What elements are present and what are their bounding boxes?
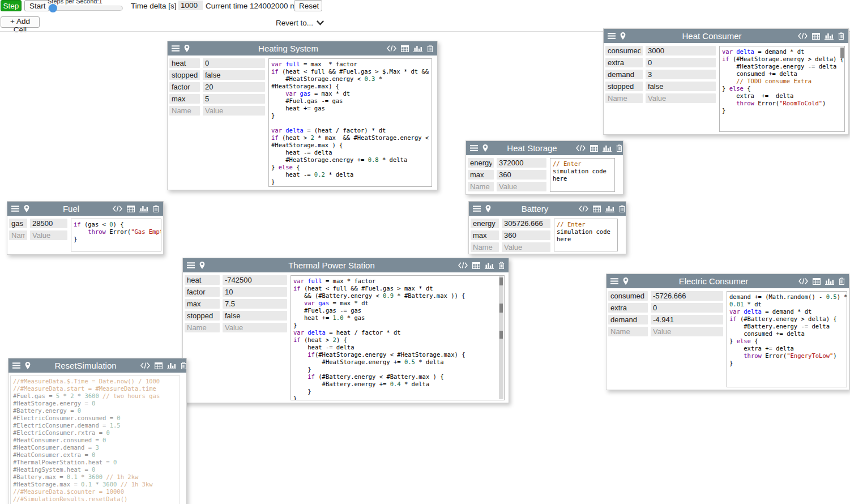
table-icon[interactable] xyxy=(127,206,135,212)
chart-icon[interactable] xyxy=(825,277,834,285)
property-value-input[interactable] xyxy=(651,303,723,313)
scrollbar-thumb[interactable] xyxy=(499,304,503,313)
code-icon[interactable] xyxy=(113,206,122,212)
property-value-input[interactable] xyxy=(646,82,716,91)
trash-icon[interactable] xyxy=(427,45,433,52)
property-name-input[interactable] xyxy=(169,94,200,104)
menu-icon[interactable] xyxy=(470,145,478,151)
menu-icon[interactable] xyxy=(11,206,19,212)
property-value-input[interactable] xyxy=(203,82,265,92)
table-icon[interactable] xyxy=(590,145,598,152)
property-value-input[interactable] xyxy=(203,58,265,68)
panel-header[interactable]: Heat Storage xyxy=(466,141,623,155)
scrollbar[interactable] xyxy=(499,276,503,399)
chart-icon[interactable] xyxy=(605,205,614,212)
slider-thumb[interactable] xyxy=(49,4,57,12)
table-icon[interactable] xyxy=(401,45,409,52)
menu-icon[interactable] xyxy=(473,206,481,212)
scrollbar-thumb[interactable] xyxy=(499,331,503,339)
chart-icon[interactable] xyxy=(825,32,834,40)
trash-icon[interactable] xyxy=(498,262,505,269)
chart-icon[interactable] xyxy=(139,205,148,212)
property-value-input[interactable] xyxy=(646,70,716,79)
property-value-input[interactable] xyxy=(502,219,550,228)
code-editor[interactable]: // Enter simulation code here xyxy=(554,219,618,251)
trash-icon[interactable] xyxy=(619,205,625,212)
property-value-input[interactable] xyxy=(223,311,287,321)
property-name-input[interactable] xyxy=(169,58,200,68)
property-name-input[interactable] xyxy=(9,230,27,240)
code-icon[interactable] xyxy=(576,145,586,151)
menu-icon[interactable] xyxy=(172,45,180,52)
trash-icon[interactable] xyxy=(153,205,159,212)
property-name-input[interactable] xyxy=(185,275,220,285)
code-editor[interactable]: if (gas < 0) { throw Error("Gas Empty") … xyxy=(71,219,161,251)
chart-icon[interactable] xyxy=(167,362,176,369)
property-value-input[interactable] xyxy=(646,93,716,103)
property-name-input[interactable] xyxy=(169,106,200,116)
property-value-input[interactable] xyxy=(651,291,723,301)
code-icon[interactable] xyxy=(798,33,808,39)
location-pin-icon[interactable] xyxy=(485,205,491,212)
property-name-input[interactable] xyxy=(185,323,220,332)
reset-button[interactable]: Reset xyxy=(294,0,322,11)
code-icon[interactable] xyxy=(140,362,150,369)
property-name-input[interactable] xyxy=(608,315,648,324)
table-icon[interactable] xyxy=(472,262,480,269)
property-name-input[interactable] xyxy=(471,219,499,228)
table-icon[interactable] xyxy=(813,278,821,285)
code-editor[interactable]: var full = max * factor if (heat < full … xyxy=(268,58,432,187)
location-pin-icon[interactable] xyxy=(25,362,31,369)
property-value-input[interactable] xyxy=(223,299,287,309)
property-value-input[interactable] xyxy=(497,170,546,180)
property-value-input[interactable] xyxy=(203,94,265,104)
chart-icon[interactable] xyxy=(485,262,494,269)
property-value-input[interactable] xyxy=(203,70,265,80)
trash-icon[interactable] xyxy=(616,144,622,152)
code-icon[interactable] xyxy=(458,262,468,268)
property-name-input[interactable] xyxy=(605,46,643,55)
property-name-input[interactable] xyxy=(605,82,643,91)
scrollbar-thumb[interactable] xyxy=(499,277,503,285)
location-pin-icon[interactable] xyxy=(24,205,29,212)
step-button[interactable]: Step xyxy=(1,0,22,11)
trash-icon[interactable] xyxy=(839,277,845,285)
add-cell-button[interactable]: + Add Cell xyxy=(1,16,40,28)
panel-header[interactable]: Fuel xyxy=(7,202,163,216)
property-name-input[interactable] xyxy=(468,158,494,168)
property-value-input[interactable] xyxy=(223,275,287,285)
property-value-input[interactable] xyxy=(502,242,550,252)
property-value-input[interactable] xyxy=(30,230,67,240)
property-value-input[interactable] xyxy=(646,58,716,67)
menu-icon[interactable] xyxy=(610,278,618,284)
property-name-input[interactable] xyxy=(185,299,220,309)
code-editor[interactable]: demand += (Math.random() - 0.5) * 0.01 *… xyxy=(727,291,847,387)
property-name-input[interactable] xyxy=(9,219,27,228)
property-value-input[interactable] xyxy=(30,219,67,228)
property-name-input[interactable] xyxy=(185,311,220,321)
panel-header[interactable]: Electric Consumer xyxy=(606,274,849,288)
property-name-input[interactable] xyxy=(185,287,220,297)
start-button[interactable]: Start xyxy=(24,0,49,11)
chart-icon[interactable] xyxy=(603,144,612,152)
code-editor[interactable]: var delta = demand * dt if (#HeatStorage… xyxy=(719,46,845,132)
property-name-input[interactable] xyxy=(608,303,648,313)
table-icon[interactable] xyxy=(812,33,820,40)
steps-per-second-slider[interactable] xyxy=(48,6,123,11)
time-delta-input[interactable] xyxy=(178,1,203,10)
property-name-input[interactable] xyxy=(468,182,494,191)
property-name-input[interactable] xyxy=(605,70,643,79)
trash-icon[interactable] xyxy=(181,362,186,369)
property-name-input[interactable] xyxy=(169,82,200,92)
chart-icon[interactable] xyxy=(413,45,422,52)
property-name-input[interactable] xyxy=(471,230,499,240)
code-icon[interactable] xyxy=(579,206,588,212)
code-editor[interactable]: // Enter simulation code here xyxy=(550,158,615,192)
location-pin-icon[interactable] xyxy=(199,262,205,269)
menu-icon[interactable] xyxy=(187,262,195,268)
location-pin-icon[interactable] xyxy=(623,277,629,285)
property-name-input[interactable] xyxy=(468,170,494,180)
property-name-input[interactable] xyxy=(608,291,648,301)
scrollbar-thumb[interactable] xyxy=(840,48,844,58)
property-value-input[interactable] xyxy=(497,158,546,168)
